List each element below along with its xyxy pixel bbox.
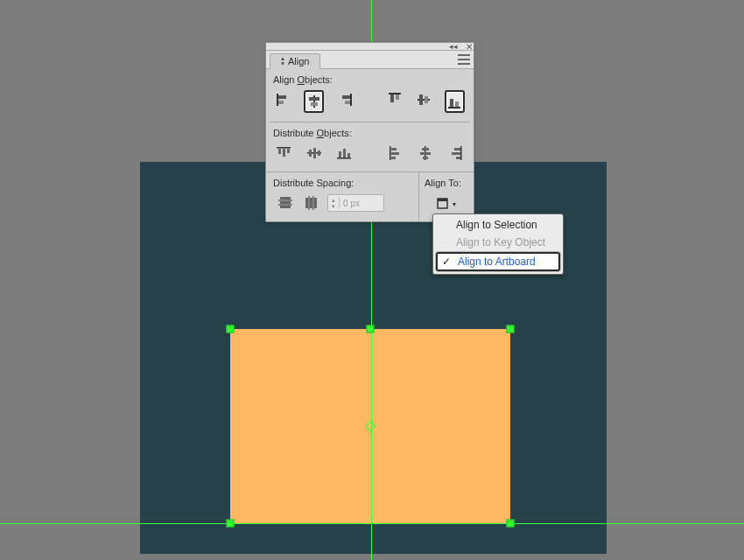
svg-rect-17 [455,102,459,107]
svg-rect-24 [313,148,316,158]
chevron-down-icon: ▾ [453,200,456,208]
svg-rect-15 [448,107,460,108]
svg-rect-2 [278,101,284,104]
svg-rect-48 [310,198,312,208]
collapse-icon[interactable]: ◂◂ [449,42,458,51]
svg-rect-50 [309,196,310,210]
selection-handle-se[interactable] [507,520,515,528]
section-align-objects-label: Align Objects: [266,69,474,88]
svg-rect-18 [277,147,291,149]
panel-menu-icon[interactable] [458,53,470,66]
expand-arrows-icon: ▴▾ [281,56,284,66]
align-bottom-button[interactable] [445,90,465,113]
section-distribute-objects-label: Distribute Objects: [266,122,474,142]
distribute-left-button[interactable] [387,144,405,163]
section-align-to-label: Align To: [419,172,474,192]
svg-rect-13 [419,94,423,105]
tab-align[interactable]: ▴▾ Align [270,53,320,69]
svg-rect-29 [347,153,350,158]
svg-rect-10 [390,94,394,102]
svg-rect-6 [350,94,352,106]
align-panel[interactable]: ◂◂ ✕ ▴▾ Align Align Objects: Dis [265,42,474,222]
svg-rect-19 [278,149,281,154]
check-icon: ✓ [440,256,453,268]
align-to-dropdown-button[interactable]: ▾ [425,195,468,213]
align-vertical-center-button[interactable] [416,90,432,109]
horizontal-guide [0,523,744,524]
align-left-button[interactable] [275,90,291,109]
distribute-top-button[interactable] [275,144,293,163]
distribute-vertical-spacing-button[interactable] [275,193,296,213]
svg-rect-30 [390,146,391,160]
svg-rect-26 [337,158,351,159]
svg-rect-28 [343,149,346,158]
svg-rect-9 [389,93,401,94]
svg-rect-46 [278,205,292,206]
svg-rect-7 [342,95,350,99]
distribute-horizontal-spacing-button[interactable] [301,193,322,213]
align-to-dropdown[interactable]: Align to Selection Align to Key Object ✓… [432,214,564,275]
stepper-icon: ▴▾ [328,197,340,209]
svg-rect-35 [422,148,429,150]
svg-rect-16 [450,99,453,107]
dropdown-label: Align to Key Object [456,236,545,248]
selection-handle-nw[interactable] [227,326,235,333]
svg-rect-44 [280,206,291,208]
distribute-horizontal-center-button[interactable] [417,144,435,163]
dropdown-label: Align to Selection [456,219,537,231]
selection-handle-sw[interactable] [227,520,235,528]
svg-rect-11 [396,94,399,100]
distribute-vertical-center-button[interactable] [305,144,324,163]
svg-rect-49 [314,198,317,208]
svg-rect-14 [425,96,428,103]
svg-rect-0 [277,94,278,106]
svg-rect-33 [391,157,396,159]
svg-rect-53 [438,199,447,201]
selection-handle-ne[interactable] [507,326,515,333]
svg-rect-51 [313,196,314,210]
spacing-input [340,199,383,208]
svg-rect-20 [283,149,285,157]
distribute-right-button[interactable] [447,144,466,163]
svg-rect-8 [345,101,350,104]
svg-rect-25 [318,150,320,156]
svg-rect-40 [452,152,460,155]
svg-rect-4 [309,97,319,101]
svg-rect-27 [339,151,341,158]
svg-rect-21 [287,149,290,153]
svg-rect-41 [456,157,460,159]
artboard-icon [437,198,451,210]
panel-titlebar[interactable]: ◂◂ ✕ [266,43,474,51]
svg-rect-42 [280,197,291,200]
align-top-button[interactable] [387,90,404,109]
svg-rect-23 [309,150,312,157]
svg-rect-38 [460,146,462,160]
selection-handle-n[interactable] [367,326,375,333]
align-horizontal-center-button[interactable] [304,90,324,113]
tab-label: Align [288,56,309,66]
svg-rect-45 [278,200,292,201]
section-distribute-spacing-label: Distribute Spacing: [266,172,418,192]
spacing-value-field: ▴▾ [327,194,384,212]
dropdown-label: Align to Artboard [458,256,536,268]
svg-rect-37 [423,157,428,159]
svg-rect-36 [420,152,431,155]
svg-rect-5 [311,102,318,106]
distribute-bottom-button[interactable] [335,144,354,163]
dropdown-item-selection[interactable]: Align to Selection [433,216,563,234]
dropdown-item-artboard[interactable]: ✓ Align to Artboard [436,252,560,271]
align-right-button[interactable] [336,90,353,109]
svg-rect-47 [305,198,308,208]
svg-rect-31 [391,148,397,150]
svg-rect-32 [391,152,399,155]
dropdown-item-key-object: Align to Key Object [433,234,563,251]
svg-rect-1 [278,95,286,99]
svg-rect-43 [280,201,291,204]
svg-rect-39 [454,148,460,150]
panel-tabbar: ▴▾ Align [266,51,474,69]
